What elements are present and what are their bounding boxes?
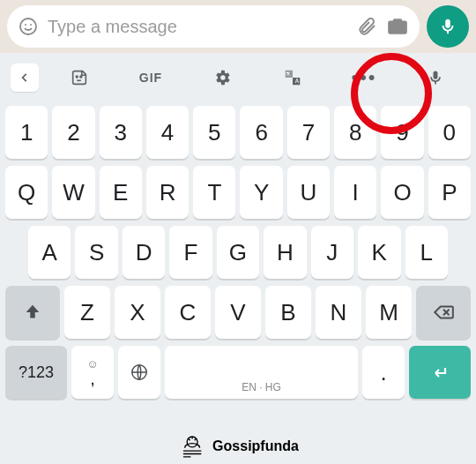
key-2[interactable]: 2: [52, 106, 94, 159]
key-d[interactable]: D: [123, 226, 165, 279]
emoji-hint-icon: ☺: [86, 358, 98, 370]
more-options-button[interactable]: •••: [329, 56, 400, 99]
key-s[interactable]: S: [75, 226, 117, 279]
key-h[interactable]: H: [264, 226, 306, 279]
key-y[interactable]: Y: [240, 166, 282, 219]
number-row: 1 2 3 4 5 6 7 8 9 0: [5, 106, 471, 159]
key-3[interactable]: 3: [100, 106, 142, 159]
key-9[interactable]: 9: [381, 106, 423, 159]
key-e[interactable]: E: [100, 166, 142, 219]
svg-point-0: [20, 19, 36, 34]
key-7[interactable]: 7: [287, 106, 330, 159]
gif-button[interactable]: GIF: [115, 56, 187, 99]
letter-row-2: A S D F G H J K L: [5, 226, 471, 279]
attach-icon[interactable]: [356, 16, 377, 37]
key-i[interactable]: I: [334, 166, 376, 219]
key-x[interactable]: X: [115, 286, 160, 339]
svg-point-3: [77, 76, 78, 78]
key-p[interactable]: P: [428, 166, 471, 219]
emoji-comma-key[interactable]: ☺ ,: [71, 346, 114, 399]
key-j[interactable]: J: [311, 226, 353, 279]
svg-text:A: A: [295, 78, 300, 84]
key-r[interactable]: R: [146, 166, 189, 219]
key-u[interactable]: U: [287, 166, 330, 219]
symbols-key[interactable]: ?123: [5, 346, 67, 399]
sticker-button[interactable]: [44, 56, 115, 99]
key-c[interactable]: C: [165, 286, 211, 339]
period-key[interactable]: .: [362, 346, 405, 399]
key-4[interactable]: 4: [146, 106, 189, 159]
space-language-label: EN · HG: [242, 381, 281, 393]
enter-key[interactable]: [409, 346, 471, 399]
key-f[interactable]: F: [169, 226, 212, 279]
key-a[interactable]: A: [28, 226, 71, 279]
key-w[interactable]: W: [52, 166, 94, 219]
key-k[interactable]: K: [358, 226, 400, 279]
svg-point-1: [25, 24, 26, 26]
key-q[interactable]: Q: [5, 166, 48, 219]
toolbar-back-button[interactable]: [5, 56, 44, 99]
camera-icon[interactable]: [386, 15, 409, 38]
settings-button[interactable]: [186, 56, 257, 99]
key-o[interactable]: O: [381, 166, 423, 219]
keyboard: GIF A ••• 1 2 3 4 5 6 7 8 9 0 Q W E R T …: [0, 53, 476, 464]
key-b[interactable]: B: [265, 286, 311, 339]
key-t[interactable]: T: [193, 166, 235, 219]
chat-input-bar: Type a message: [0, 0, 476, 53]
letter-row-1: Q W E R T Y U I O P: [5, 166, 471, 219]
keyboard-toolbar: GIF A •••: [5, 56, 471, 99]
voice-record-button[interactable]: [427, 5, 469, 48]
key-0[interactable]: 0: [428, 106, 471, 159]
message-input-pill[interactable]: Type a message: [7, 5, 420, 48]
space-key[interactable]: EN · HG: [165, 346, 358, 399]
svg-point-4: [80, 76, 82, 78]
key-5[interactable]: 5: [193, 106, 235, 159]
backspace-key[interactable]: [416, 286, 471, 339]
letter-row-3: Z X C V B N M: [5, 286, 471, 339]
message-placeholder: Type a message: [48, 17, 347, 37]
key-n[interactable]: N: [316, 286, 361, 339]
key-1[interactable]: 1: [5, 106, 48, 159]
key-z[interactable]: Z: [64, 286, 110, 339]
bottom-row: ?123 ☺ , EN · HG .: [5, 346, 471, 399]
translate-button[interactable]: A: [257, 56, 329, 99]
key-l[interactable]: L: [405, 226, 448, 279]
key-m[interactable]: M: [366, 286, 412, 339]
more-icon: •••: [351, 66, 376, 89]
emoji-icon[interactable]: [18, 16, 39, 37]
svg-point-2: [30, 24, 32, 26]
key-6[interactable]: 6: [240, 106, 282, 159]
key-v[interactable]: V: [215, 286, 261, 339]
voice-typing-button[interactable]: [399, 56, 471, 99]
key-g[interactable]: G: [217, 226, 259, 279]
chevron-left-icon: [11, 64, 39, 92]
key-8[interactable]: 8: [334, 106, 376, 159]
shift-key[interactable]: [5, 286, 60, 339]
language-key[interactable]: [118, 346, 160, 399]
